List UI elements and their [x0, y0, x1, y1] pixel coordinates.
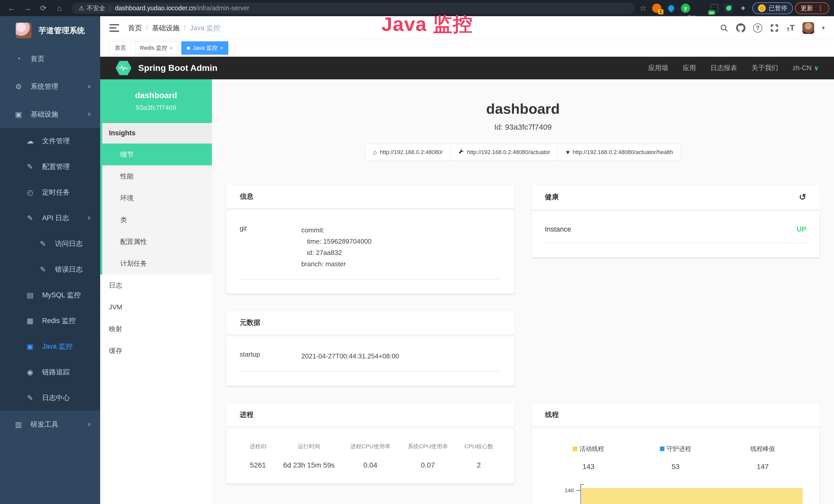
chart-plot-area — [580, 484, 803, 504]
profile-paused-chip[interactable]: ☺ 已暂停 — [752, 2, 793, 14]
app-logo-image — [16, 22, 32, 39]
monitor-icon: ▣ — [14, 110, 23, 119]
chrome-update-button[interactable]: 更新 ⋮ — [795, 2, 829, 14]
health-card: 健康 ↺ Instance UP — [531, 184, 820, 257]
sidebar-item-trace[interactable]: ◉ 链路追踪 — [0, 359, 100, 385]
sba-item-mappings[interactable]: 映射 — [100, 318, 212, 340]
info-value: commit: time: 1596289704000 id: 27aa832 … — [301, 224, 501, 270]
address-bar[interactable]: ⚠ 不安全 | dashboard.yudao.iocoder.cn /infr… — [72, 3, 635, 14]
browser-menu-kebab-icon[interactable]: ⋮ — [817, 4, 824, 12]
url-path: /infra/admin-server — [196, 4, 249, 12]
extension-badge: 1 — [658, 9, 663, 15]
redis-icon: ▦ — [26, 317, 35, 325]
app-sidebar: 芋道管理系统 ◔ 首页 ⚙ 系统管理 ∨ ▣ 基础设施 ∧ ☁ 文件管理 — [0, 16, 100, 504]
sidebar-item-error-log[interactable]: ✎ 错误日志 — [0, 256, 100, 282]
tag-java-monitor[interactable]: Java 监控 × — [181, 41, 228, 55]
user-avatar[interactable] — [803, 22, 814, 34]
search-icon[interactable] — [720, 24, 728, 32]
sba-brand-title[interactable]: Spring Boot Admin — [138, 63, 217, 73]
process-id-value: 5261 — [240, 461, 276, 469]
sidebar-item-home[interactable]: ◔ 首页 — [0, 45, 100, 73]
sba-item-details[interactable]: 细节 — [102, 143, 212, 165]
sba-app-header[interactable]: dashboard 93a3fc7f7409 — [100, 79, 212, 123]
browser-forward-icon[interactable]: → — [21, 2, 35, 15]
extensions-puzzle-icon[interactable]: ❖ — [739, 4, 748, 13]
sba-nav-journal[interactable]: 日志报表 — [710, 63, 737, 72]
sidebar-item-config-manage[interactable]: ✎ 配置管理 — [0, 154, 100, 180]
page-subtitle: Id: 93a3fc7f7409 — [226, 123, 820, 132]
extension-icon-orange[interactable]: 1 — [652, 4, 661, 13]
sidebar-item-access-log[interactable]: ✎ 访问日志 — [0, 231, 100, 256]
extension-icon-green[interactable] — [724, 4, 733, 13]
trace-icon: ◉ — [26, 368, 35, 376]
tags-view-bar: 首页 Redis 监控 × Java 监控 × — [100, 40, 834, 56]
sidebar-item-infra[interactable]: ▣ 基础设施 ∧ — [0, 100, 100, 128]
access-log-icon: ✎ — [39, 239, 47, 248]
system-cpu-value: 0.07 — [399, 461, 457, 469]
github-icon[interactable] — [736, 23, 745, 32]
help-icon[interactable]: ? — [753, 23, 762, 32]
endpoint-health-link[interactable]: ♥ http://192.168.0.2:48080/actuator/heal… — [558, 144, 681, 161]
sba-content: dashboard Id: 93a3fc7f7409 ⌂ http://192.… — [212, 79, 834, 504]
history-icon[interactable]: ↺ — [799, 192, 807, 202]
metadata-key: startup — [240, 350, 301, 362]
sidebar-item-java-monitor[interactable]: ▣ Java 监控 — [0, 334, 100, 359]
sidebar-item-file-manage[interactable]: ☁ 文件管理 — [0, 128, 100, 154]
update-label: 更新 — [800, 4, 813, 12]
hamburger-icon[interactable] — [109, 24, 119, 32]
fullscreen-icon[interactable] — [770, 24, 779, 32]
chevron-down-icon: ∨ — [87, 83, 91, 90]
sidebar-item-scheduled-jobs[interactable]: ◴ 定时任务 — [0, 180, 100, 205]
sba-item-jvm[interactable]: JVM — [100, 296, 212, 318]
sba-nav: 应用墙 应用 日志报表 关于我们 zh-CN ∨ — [648, 63, 818, 72]
threads-legend: 活动线程 守护进程 线程峰值 143 53 147 — [545, 445, 807, 471]
process-card: 进程 进程ID 运行时间 进程CPU使用率 系统CPU使用率 CPU核心数 52… — [226, 403, 515, 484]
tag-redis-monitor[interactable]: Redis 监控 × — [135, 41, 178, 55]
caret-down-icon[interactable]: ▾ — [822, 25, 825, 31]
tag-home[interactable]: 首页 — [109, 41, 132, 55]
log-center-icon: ✎ — [26, 394, 35, 402]
sba-item-scheduled-tasks[interactable]: 计划任务 — [102, 253, 212, 274]
sba-nav-applications[interactable]: 应用 — [683, 63, 696, 72]
sba-item-environment[interactable]: 环境 — [102, 187, 212, 209]
sidebar-item-api-log[interactable]: ✎ API 日志 ∧ — [0, 205, 100, 231]
endpoint-root-link[interactable]: ⌂ http://192.168.0.2:48080/ — [365, 144, 451, 161]
sba-item-caches[interactable]: 缓存 — [100, 340, 212, 362]
home-icon: ⌂ — [373, 148, 377, 156]
breadcrumb-infra[interactable]: 基础设施 — [152, 23, 180, 32]
sba-item-logs[interactable]: 日志 — [100, 274, 212, 296]
browser-reload-icon[interactable]: ⟳ — [37, 2, 50, 15]
annotation-java-monitor: Java 监控 — [381, 11, 473, 38]
sidebar-item-system[interactable]: ⚙ 系统管理 ∨ — [0, 73, 100, 100]
browser-home-icon[interactable]: ⌂ — [52, 2, 66, 15]
sba-nav-about[interactable]: 关于我们 — [751, 63, 778, 72]
sidebar-item-log-center[interactable]: ✎ 日志中心 — [0, 385, 100, 411]
sba-app-id: 93a3fc7f7409 — [136, 104, 176, 112]
extension-icon-onetab[interactable]: on — [710, 4, 719, 13]
health-status-badge: UP — [796, 225, 806, 233]
sba-item-metrics[interactable]: 性能 — [102, 165, 212, 187]
sidebar-item-redis-monitor[interactable]: ▦ Redis 监控 — [0, 308, 100, 334]
sidebar-item-dev-tools[interactable]: ▥ 研发工具 ∨ — [0, 411, 100, 438]
close-icon[interactable]: × — [220, 45, 223, 51]
bookmark-star-icon[interactable]: ☆ — [640, 4, 646, 13]
paused-label: 已暂停 — [769, 4, 787, 12]
sba-item-classes[interactable]: 类 — [102, 209, 212, 231]
sidebar-item-mysql-monitor[interactable]: ▤ MySQL 监控 — [0, 282, 100, 308]
extension-icon-y[interactable]: y — [681, 4, 690, 13]
extension-icon-pin[interactable] — [666, 4, 676, 13]
sba-nav-wallboard[interactable]: 应用墙 — [648, 63, 668, 72]
page-title: dashboard — [226, 100, 820, 117]
app-title: 芋道管理系统 — [39, 25, 85, 36]
browser-back-icon[interactable]: ← — [5, 2, 19, 15]
breadcrumb-home[interactable]: 首页 — [128, 23, 142, 32]
endpoint-actuator-link[interactable]: http://192.168.0.2:48080/actuator — [450, 144, 558, 161]
wrench-icon — [458, 148, 464, 156]
threads-card-title: 线程 — [545, 410, 559, 419]
sba-locale-select[interactable]: zh-CN ∨ — [793, 64, 818, 72]
info-card-title: 信息 — [240, 192, 254, 201]
sba-item-config-props[interactable]: 配置属性 — [102, 231, 212, 253]
font-size-icon[interactable]: TT — [787, 23, 795, 32]
close-icon[interactable]: × — [170, 45, 173, 51]
dashboard-icon: ◔ — [14, 55, 23, 63]
